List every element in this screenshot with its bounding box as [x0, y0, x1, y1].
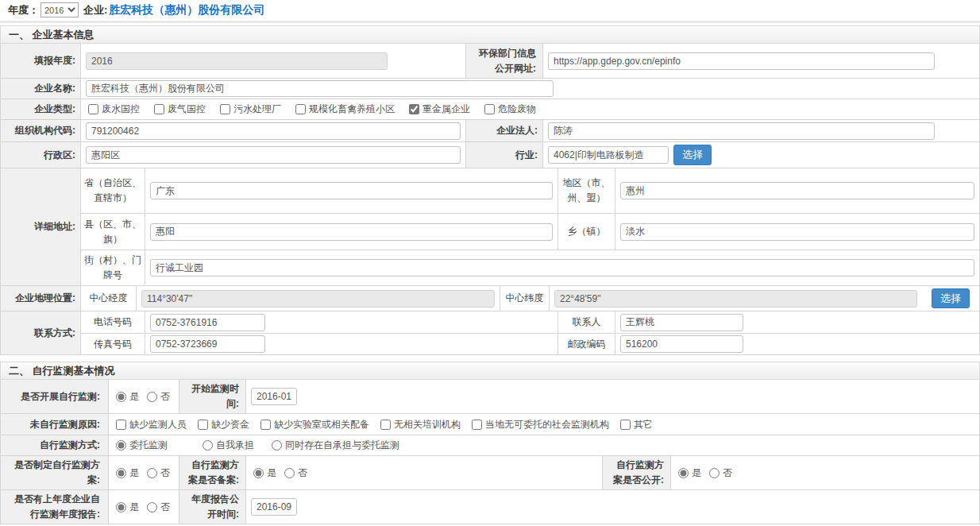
plan-filed-no[interactable]: 否	[284, 466, 307, 480]
has-plan-no-radio[interactable]	[147, 468, 157, 478]
lat-input[interactable]	[554, 290, 917, 307]
region-value-cell	[615, 168, 979, 213]
mode-radio-1[interactable]	[203, 440, 213, 451]
no-reason-option-4[interactable]: 当地无可委托的社会监测机构	[472, 418, 609, 431]
town-input[interactable]	[620, 223, 974, 241]
plan-public-yes-radio[interactable]	[678, 468, 689, 478]
province-label: 省（自治区、直辖市）	[84, 176, 141, 205]
region-input[interactable]	[620, 182, 974, 199]
no-reason-option-0[interactable]: 缺少监测人员	[116, 418, 187, 431]
no-reason-checkbox-5[interactable]	[620, 420, 631, 430]
plan-filed-yes-radio[interactable]	[253, 468, 264, 478]
province-value-cell	[145, 168, 558, 213]
mode-option-0[interactable]: 委托监测	[116, 439, 168, 452]
no-reason-checkbox-2[interactable]	[260, 420, 271, 430]
has-report-yes[interactable]: 是	[116, 501, 139, 514]
has-report-yes-radio[interactable]	[116, 502, 126, 512]
option-label: 缺少资金	[211, 418, 249, 431]
no-label: 否	[298, 466, 307, 480]
legal-person-label-cell: 企业法人:	[465, 120, 542, 141]
person-input[interactable]	[620, 314, 743, 331]
phone-input[interactable]	[150, 314, 265, 331]
industry-input[interactable]	[548, 146, 669, 164]
plan-public-no[interactable]: 否	[709, 466, 732, 480]
zip-input[interactable]	[620, 335, 743, 353]
company-type-option-5[interactable]: 危险废物	[484, 102, 536, 116]
plan-public-yes[interactable]: 是	[678, 466, 701, 480]
company-type-option-0[interactable]: 废水国控	[88, 102, 140, 116]
no-reason-checkbox-4[interactable]	[472, 420, 482, 430]
has-plan-no[interactable]: 否	[147, 466, 170, 480]
carry-out-yes-radio[interactable]	[116, 392, 126, 402]
env-url-input[interactable]	[548, 52, 935, 70]
legal-person-input[interactable]	[548, 122, 935, 140]
has-report-no-radio[interactable]	[147, 502, 157, 512]
carry-out-label: 是否开展自行监测:	[21, 389, 100, 404]
fax-value-cell	[145, 334, 558, 354]
carry-out-no-radio[interactable]	[147, 392, 157, 402]
district-label: 行政区:	[44, 148, 75, 163]
plan-filed-no-radio[interactable]	[284, 468, 295, 478]
geo-select-button[interactable]: 选择	[932, 288, 970, 309]
plan-public-no-radio[interactable]	[709, 468, 720, 478]
industry-value-cell: 选择	[542, 142, 979, 168]
option-label: 同时存在自承担与委托监测	[285, 439, 399, 452]
has-report-no[interactable]: 否	[147, 501, 170, 514]
zip-value-cell	[615, 334, 979, 354]
has-report-label: 是否有上年度企业自行监测年度报告:	[9, 492, 100, 521]
no-reason-option-2[interactable]: 缺少实验室或相关配备	[260, 418, 369, 431]
topbar: 年度： 2016 企业: 胜宏科技（惠州）股份有限公司	[0, 0, 980, 23]
company-type-option-4[interactable]: 重金属企业	[409, 102, 470, 116]
mode-options-cell: 委托监测 自我承担 同时存在自承担与委托监测	[108, 435, 979, 455]
lng-input[interactable]	[141, 290, 495, 307]
company-type-checkbox-2[interactable]	[220, 104, 230, 114]
industry-select-button[interactable]: 选择	[673, 145, 712, 165]
company-type-checkbox-1[interactable]	[154, 104, 164, 114]
company-type-option-1[interactable]: 废气国控	[154, 102, 206, 116]
mode-radio-0[interactable]	[116, 440, 126, 451]
company-type-option-2[interactable]: 污水处理厂	[220, 102, 281, 116]
contact-label-cell: 联系方式:	[1, 311, 80, 354]
section1-title: 一、 企业基本信息	[9, 28, 95, 42]
contact-nested: 电话号码 联系人 传真号码	[80, 311, 979, 354]
org-code-input[interactable]	[86, 122, 461, 140]
company-type-checkbox-3[interactable]	[295, 104, 306, 114]
carry-out-label-cell: 是否开展自行监测:	[1, 380, 108, 413]
no-reason-option-1[interactable]: 缺少资金	[198, 418, 249, 431]
has-plan-yes-radio[interactable]	[116, 468, 126, 478]
company-name-link[interactable]: 胜宏科技（惠州）股份有限公司	[109, 3, 264, 17]
district-input[interactable]	[86, 146, 461, 164]
fill-year-input[interactable]	[86, 52, 388, 70]
mode-option-2[interactable]: 同时存在自承担与委托监测	[272, 439, 399, 452]
county-label: 县（区、市、旗）	[84, 217, 141, 246]
carry-out-yes[interactable]: 是	[116, 390, 139, 404]
fax-input[interactable]	[150, 335, 265, 353]
has-plan-yes[interactable]: 是	[116, 466, 139, 480]
street-input[interactable]	[150, 259, 974, 277]
no-reason-checkbox-0[interactable]	[116, 420, 126, 430]
mode-radio-2[interactable]	[272, 440, 282, 451]
org-code-label-cell: 组织机构代码:	[1, 120, 80, 141]
report-time-input[interactable]	[251, 498, 297, 516]
company-type-option-3[interactable]: 规模化畜禽养殖小区	[295, 102, 395, 116]
plan-filed-options-cell: 是 否	[245, 456, 602, 489]
no-reason-option-5[interactable]: 其它	[620, 418, 653, 431]
county-input[interactable]	[150, 223, 553, 241]
mode-option-1[interactable]: 自我承担	[203, 439, 254, 452]
carry-out-no[interactable]: 否	[147, 390, 170, 404]
plan-filed-yes[interactable]: 是	[253, 466, 276, 480]
company-type-checkbox-0[interactable]	[88, 104, 98, 114]
no-reason-checkbox-3[interactable]	[380, 420, 391, 430]
company-type-checkbox-4[interactable]	[409, 104, 419, 114]
no-reason-checkbox-1[interactable]	[198, 420, 208, 430]
option-label: 缺少实验室或相关配备	[274, 418, 369, 431]
no-reason-option-3[interactable]: 无相关培训机构	[380, 418, 461, 431]
company-type-label-cell: 企业类型:	[1, 99, 80, 119]
province-input[interactable]	[150, 182, 553, 199]
row-mode: 自行监测方式: 委托监测 自我承担 同时存在自承担与委托监测	[1, 435, 979, 455]
company-type-checkbox-5[interactable]	[484, 104, 495, 114]
company-name-input[interactable]	[86, 80, 554, 97]
mode-label-cell: 自行监测方式:	[1, 435, 108, 455]
year-select[interactable]: 2016	[41, 2, 79, 17]
start-time-input[interactable]	[251, 388, 297, 405]
